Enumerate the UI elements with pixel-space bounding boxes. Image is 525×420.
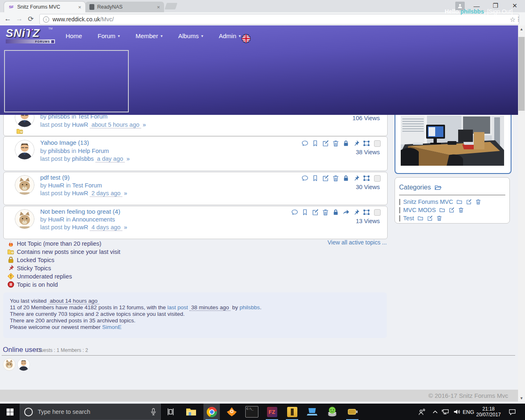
language-flag-icon[interactable] — [241, 34, 251, 43]
folder-icon[interactable] — [417, 215, 424, 221]
select-frame-icon[interactable] — [363, 139, 370, 147]
lock-icon[interactable] — [342, 174, 350, 182]
remote-desktop-icon[interactable] — [304, 404, 320, 420]
microphone-icon[interactable] — [151, 408, 156, 415]
tray-network-icon[interactable] — [440, 404, 451, 420]
bookmark-icon[interactable] — [301, 208, 309, 216]
command-prompt-icon[interactable]: C:\_ — [244, 404, 260, 420]
taskbar-search[interactable]: Type here to search — [20, 404, 161, 420]
action-center-icon[interactable] — [505, 404, 519, 420]
forum-link[interactable]: Test Forum — [72, 182, 102, 189]
reply-icon[interactable] — [291, 208, 299, 216]
address-bar[interactable]: i www.reddick.co.uk/Mvc/ ☆ — [39, 14, 519, 25]
delete-icon[interactable] — [436, 215, 443, 221]
delete-icon[interactable] — [322, 208, 329, 216]
database-app-icon[interactable] — [324, 404, 340, 420]
start-button[interactable] — [0, 404, 20, 420]
author-link[interactable]: HuwR — [48, 216, 64, 223]
author-link[interactable]: HuwR — [48, 182, 64, 189]
nav-admin[interactable]: Admin▾ — [219, 32, 241, 39]
bookmark-star-icon[interactable]: ☆ — [510, 16, 516, 23]
member-link[interactable]: philsbbs — [240, 304, 260, 310]
goto-last-icon[interactable]: » — [124, 190, 127, 196]
tray-volume-icon[interactable] — [451, 404, 463, 420]
online-avatar-philsbbs[interactable] — [17, 358, 30, 371]
tab-close-icon[interactable]: × — [157, 4, 160, 10]
forward-button[interactable]: → — [14, 14, 25, 24]
unarchive-icon[interactable] — [342, 208, 350, 216]
tab-close-icon[interactable]: × — [78, 4, 81, 10]
reply-icon[interactable] — [301, 139, 309, 147]
folder-icon[interactable] — [439, 207, 445, 213]
delete-icon[interactable] — [332, 174, 340, 182]
delete-icon[interactable] — [458, 207, 464, 213]
profile-link[interactable]: philsbbs — [460, 8, 484, 15]
view-all-topics-link[interactable]: View all active topics ... — [328, 239, 387, 246]
edit-icon[interactable] — [448, 207, 455, 213]
scrollbar-thumb[interactable] — [518, 37, 525, 111]
file-explorer-icon[interactable] — [183, 404, 199, 420]
avatar-philsbbs[interactable] — [15, 140, 34, 160]
chrome-icon[interactable] — [203, 404, 220, 420]
topic-title-link[interactable]: Yahoo Image (13) — [40, 139, 89, 146]
select-frame-icon[interactable] — [363, 208, 370, 216]
avatar-huwr[interactable] — [15, 209, 34, 229]
category-link[interactable]: Snitz Forums MVC — [403, 199, 453, 205]
scroll-up-icon[interactable]: ▲ — [518, 25, 525, 32]
author-link[interactable]: philsbbs — [72, 155, 94, 162]
edit-icon[interactable] — [427, 215, 433, 221]
reply-icon[interactable] — [301, 174, 309, 182]
gold-app-icon[interactable] — [284, 404, 300, 420]
signout-link[interactable]: , [Sign Out] — [484, 8, 513, 15]
edit-icon[interactable] — [311, 208, 319, 216]
goto-last-icon[interactable]: » — [126, 155, 130, 162]
author-link[interactable]: HuwR — [72, 190, 88, 196]
folder-icon[interactable] — [456, 199, 463, 205]
goto-last-icon[interactable]: » — [143, 121, 146, 128]
author-link[interactable]: philsbbs — [48, 148, 70, 154]
category-link[interactable]: MVC MODS — [403, 207, 436, 213]
pin-icon[interactable] — [352, 139, 360, 147]
topic-title-link[interactable]: pdf test (9) — [40, 174, 70, 181]
author-link[interactable]: HuwR — [72, 224, 88, 231]
last-post-link[interactable]: last post — [167, 304, 188, 310]
nav-albums[interactable]: Albums▾ — [178, 32, 203, 39]
forum-link[interactable]: Help Forum — [78, 148, 109, 154]
select-frame-icon[interactable] — [363, 174, 370, 182]
page-info-icon[interactable]: i — [43, 16, 49, 23]
tab-readynas[interactable]: ReadyNAS × — [85, 2, 164, 12]
new-tab-button[interactable] — [164, 3, 177, 9]
page-scrollbar[interactable]: ▲ ▼ — [518, 25, 525, 402]
pin-icon[interactable] — [352, 208, 360, 216]
tray-language[interactable]: ENG — [462, 404, 475, 420]
lock-icon[interactable] — [342, 139, 350, 147]
avast-icon[interactable] — [224, 404, 240, 420]
delete-icon[interactable] — [475, 199, 482, 205]
scroll-down-icon[interactable]: ▼ — [518, 395, 525, 402]
back-button[interactable]: ← — [2, 14, 13, 24]
task-view-button[interactable] — [162, 404, 179, 420]
nav-member[interactable]: Member▾ — [135, 32, 162, 39]
bookmark-icon[interactable] — [311, 174, 319, 182]
category-link[interactable]: Test — [403, 215, 414, 221]
filezilla-icon[interactable]: FZ — [264, 404, 280, 420]
reload-button[interactable]: ⟳ — [25, 14, 36, 24]
member-link[interactable]: SimonE — [102, 324, 121, 330]
author-link[interactable]: HuwR — [72, 121, 88, 128]
edit-icon[interactable] — [322, 139, 329, 147]
nav-forum[interactable]: Forum▾ — [98, 32, 120, 39]
forum-link[interactable]: Announcements — [72, 216, 115, 223]
goto-last-icon[interactable]: » — [124, 224, 127, 231]
edit-icon[interactable] — [322, 174, 329, 182]
tab-snitz-forums[interactable]: SF Snitz Forums MVC × — [4, 2, 85, 12]
nav-home[interactable]: Home — [66, 32, 82, 39]
lock-icon[interactable] — [332, 208, 340, 216]
url-text[interactable]: www.reddick.co.uk/Mvc/ — [52, 16, 507, 23]
snitz-logo[interactable]: SNiTZ TM FORUMS — [6, 28, 59, 43]
edit-icon[interactable] — [466, 199, 472, 205]
bookmark-icon[interactable] — [311, 139, 319, 147]
office-photo[interactable] — [401, 116, 504, 166]
pin-icon[interactable] — [352, 174, 360, 182]
online-avatar-huwr[interactable] — [3, 358, 16, 371]
topic-checkbox[interactable] — [374, 175, 381, 182]
